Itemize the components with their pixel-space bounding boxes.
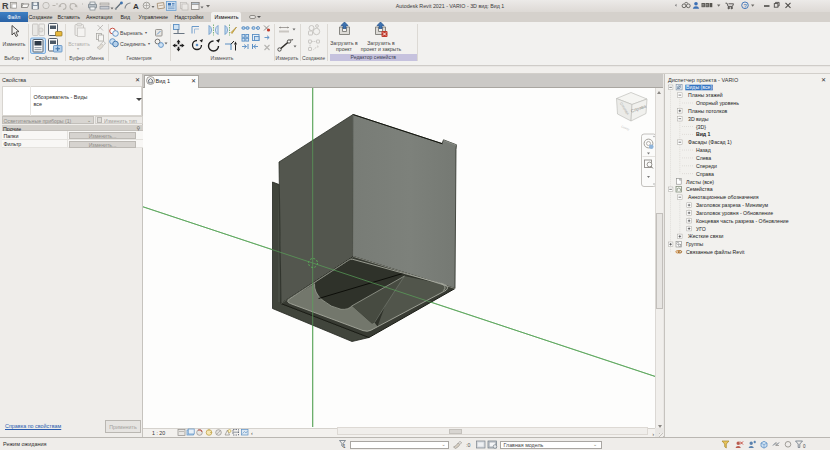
svg-text:Заголовок уровня - Обновление: Заголовок уровня - Обновление xyxy=(696,210,773,216)
svg-text:Опорный уровень: Опорный уровень xyxy=(696,100,739,106)
svg-text:0: 0 xyxy=(803,444,806,449)
svg-text:Жесткие связи: Жесткие связи xyxy=(688,233,724,239)
svg-text:{3D}: {3D} xyxy=(696,124,706,130)
svg-text:Справа: Справа xyxy=(696,171,714,177)
svg-text:Слева: Слева xyxy=(696,155,711,161)
svg-text:Группы: Группы xyxy=(686,241,704,247)
svg-text:Связанные файлы Revit: Связанные файлы Revit xyxy=(686,249,745,255)
svg-text:Спереди: Спереди xyxy=(696,163,717,169)
svg-text:1: 1 xyxy=(343,444,346,449)
svg-text:Виды (все): Виды (все) xyxy=(686,84,712,90)
svg-text:Назад: Назад xyxy=(696,147,711,153)
svg-text:Планы этажей: Планы этажей xyxy=(688,92,723,98)
svg-text:УГО: УГО xyxy=(696,226,706,232)
svg-text:Вид 1: Вид 1 xyxy=(696,131,711,137)
svg-text:Фасады (Фасад 1): Фасады (Фасад 1) xyxy=(688,139,732,145)
svg-text:Планы потолков: Планы потолков xyxy=(688,108,728,114)
svg-text:Семейства: Семейства xyxy=(686,186,713,192)
svg-text:Аннотационные обозначения: Аннотационные обозначения xyxy=(688,194,759,200)
svg-text:Снизу: Снизу xyxy=(621,125,631,132)
svg-text:A: A xyxy=(133,2,139,11)
svg-text:Листы (все): Листы (все) xyxy=(686,179,714,185)
svg-text:Концевая часть разреза - Обнов: Концевая часть разреза - Обновление xyxy=(696,218,789,224)
svg-text:Заголовок разреза - Минимум: Заголовок разреза - Минимум xyxy=(696,202,769,208)
svg-text:3D виды: 3D виды xyxy=(688,116,709,122)
svg-text:R: R xyxy=(2,1,9,11)
